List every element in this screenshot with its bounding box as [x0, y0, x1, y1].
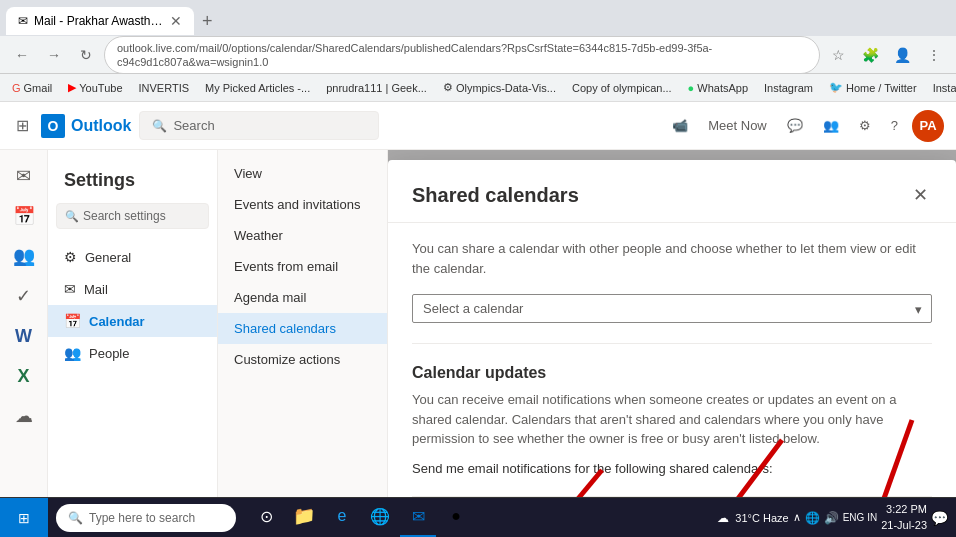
twitter-icon: 🐦 [829, 81, 843, 94]
taskbar-search-placeholder: Type here to search [89, 511, 195, 525]
start-button[interactable]: ⊞ [0, 498, 48, 538]
shared-calendars-modal: Shared calendars ✕ You can share a calen… [388, 160, 956, 537]
taskbar-ie-icon[interactable]: e [324, 498, 360, 538]
reload-button[interactable]: ↻ [72, 41, 100, 69]
outlook-icon: O [41, 114, 65, 138]
gmail-icon: G [12, 82, 21, 94]
bookmark-invertis[interactable]: INVERTIS [135, 80, 194, 96]
calendar-updates-desc: You can receive email notifications when… [412, 390, 932, 449]
send-email-label: Send me email notifications for the foll… [412, 461, 932, 476]
network-icon: 🌐 [805, 511, 820, 525]
outlook-header: ⊞ O Outlook 🔍 Search 📹 Meet Now 💬 👥 ⚙ ? … [0, 102, 956, 150]
taskbar-right: ☁ 31°C Haze ∧ 🌐 🔊 ENG IN 3:22 PM 21-Jul-… [717, 502, 956, 533]
bookmark-articles[interactable]: My Picked Articles -... [201, 80, 314, 96]
bookmark-whatsapp[interactable]: ● WhatsApp [684, 80, 752, 96]
sidebar-item-calendar[interactable]: 📅 Calendar [48, 305, 217, 337]
bookmark-youtube[interactable]: ▶ YouTube [64, 79, 126, 96]
bookmark-twitter[interactable]: 🐦 Home / Twitter [825, 79, 921, 96]
sidebar-item-mail[interactable]: ✉ Mail [48, 273, 217, 305]
bookmark-olympican[interactable]: Copy of olympican... [568, 80, 676, 96]
language-indicator: ENG IN [843, 512, 877, 523]
system-tray: ☁ 31°C Haze [717, 511, 788, 525]
rail-excel-icon[interactable]: X [6, 358, 42, 394]
subpanel-agenda-mail[interactable]: Agenda mail [218, 282, 387, 313]
taskbar-chrome-icon[interactable]: ● [438, 498, 474, 538]
profile-button[interactable]: 👤 [888, 41, 916, 69]
taskbar-edge-icon[interactable]: 🌐 [362, 498, 398, 538]
select-calendar-dropdown[interactable]: Select a calendar [412, 294, 932, 323]
subpanel-weather[interactable]: Weather [218, 220, 387, 251]
modal-title: Shared calendars [412, 184, 579, 207]
tray-up-icon[interactable]: ∧ [793, 511, 801, 524]
rail-tasks-icon[interactable]: ✓ [6, 278, 42, 314]
video-icon[interactable]: 📹 [666, 112, 694, 139]
modal-body: You can share a calendar with other peop… [388, 223, 956, 537]
time-date-display[interactable]: 3:22 PM 21-Jul-23 [881, 502, 927, 533]
clock: 3:22 PM [881, 502, 927, 517]
bookmark-olympics[interactable]: ⚙ Olympics-Data-Vis... [439, 79, 560, 96]
rail-calendar-icon[interactable]: 📅 [6, 198, 42, 234]
settings-title: Settings [48, 162, 217, 203]
tab-close-icon[interactable]: ✕ [170, 13, 182, 29]
bookmark-instagram[interactable]: Instagram [760, 80, 817, 96]
tab-favicon: ✉ [18, 14, 28, 28]
meet-now-button[interactable]: Meet Now [702, 112, 773, 139]
search-settings-input[interactable]: 🔍 Search settings [56, 203, 209, 229]
rail-word-icon[interactable]: W [6, 318, 42, 354]
section-divider-1 [412, 343, 932, 344]
bookmark-gmail[interactable]: G Gmail [8, 80, 56, 96]
people-icon[interactable]: 👥 [817, 112, 845, 139]
people-nav-icon: 👥 [64, 345, 81, 361]
search-settings-placeholder: Search settings [83, 209, 166, 223]
search-placeholder: Search [173, 118, 214, 133]
app-name: Outlook [71, 117, 131, 135]
main-content: Shared calendars ✕ You can share a calen… [388, 150, 956, 537]
settings-subpanel: View Events and invitations Weather Even… [218, 150, 388, 537]
bookmark-instagram-chats[interactable]: Instagram - Chats [929, 80, 956, 96]
sidebar-item-general[interactable]: ⚙ General [48, 241, 217, 273]
icon-rail: ✉ 📅 👥 ✓ W X ☁ ⋯ [0, 150, 48, 537]
skype-icon[interactable]: 💬 [781, 112, 809, 139]
subpanel-view[interactable]: View [218, 158, 387, 189]
rail-mail-icon[interactable]: ✉ [6, 158, 42, 194]
modal-header: Shared calendars ✕ [388, 160, 956, 223]
youtube-icon: ▶ [68, 81, 76, 94]
new-tab-button[interactable]: + [194, 11, 221, 32]
modal-intro-text: You can share a calendar with other peop… [412, 239, 932, 278]
sidebar-item-people[interactable]: 👥 People [48, 337, 217, 369]
app-body: ✉ 📅 👥 ✓ W X ☁ ⋯ Settings 🔍 Search settin… [0, 150, 956, 537]
modal-overlay: Shared calendars ✕ You can share a calen… [388, 150, 956, 537]
taskbar-outlook-icon[interactable]: ✉ [400, 498, 436, 538]
taskbar-cortana-icon[interactable]: ⊙ [248, 498, 284, 538]
taskbar-search[interactable]: 🔍 Type here to search [56, 504, 236, 532]
rail-contacts-icon[interactable]: 👥 [6, 238, 42, 274]
back-button[interactable]: ← [8, 41, 36, 69]
grid-icon[interactable]: ⊞ [12, 112, 33, 139]
subpanel-events-from-email[interactable]: Events from email [218, 251, 387, 282]
taskbar: ⊞ 🔍 Type here to search ⊙ 📁 e 🌐 ✉ ● ☁ 31… [0, 497, 956, 537]
browser-tab[interactable]: ✉ Mail - Prakhar Awasthi - Outlook ✕ [6, 7, 194, 35]
bookmark-geek[interactable]: pnrudra111 | Geek... [322, 80, 431, 96]
search-settings-icon: 🔍 [65, 210, 79, 223]
search-icon: 🔍 [152, 119, 167, 133]
notification-icon[interactable]: 💬 [931, 510, 948, 526]
extensions-button[interactable]: 🧩 [856, 41, 884, 69]
taskbar-pinned-apps: ⊙ 📁 e 🌐 ✉ ● [244, 498, 478, 538]
taskbar-search-icon: 🔍 [68, 511, 83, 525]
subpanel-customize-actions[interactable]: Customize actions [218, 344, 387, 375]
calendar-updates-title: Calendar updates [412, 364, 932, 382]
subpanel-events-invitations[interactable]: Events and invitations [218, 189, 387, 220]
modal-close-button[interactable]: ✕ [909, 180, 932, 210]
rail-onedrive-icon[interactable]: ☁ [6, 398, 42, 434]
settings-icon[interactable]: ⚙ [853, 112, 877, 139]
address-bar[interactable]: outlook.live.com/mail/0/options/calendar… [104, 36, 820, 74]
search-bar[interactable]: 🔍 Search [139, 111, 379, 140]
avatar[interactable]: PA [912, 110, 944, 142]
help-icon[interactable]: ? [885, 112, 904, 139]
address-text: outlook.live.com/mail/0/options/calendar… [117, 42, 712, 68]
bookmark-button[interactable]: ☆ [824, 41, 852, 69]
subpanel-shared-calendars[interactable]: Shared calendars [218, 313, 387, 344]
forward-button[interactable]: → [40, 41, 68, 69]
settings-menu-button[interactable]: ⋮ [920, 41, 948, 69]
taskbar-explorer-icon[interactable]: 📁 [286, 498, 322, 538]
